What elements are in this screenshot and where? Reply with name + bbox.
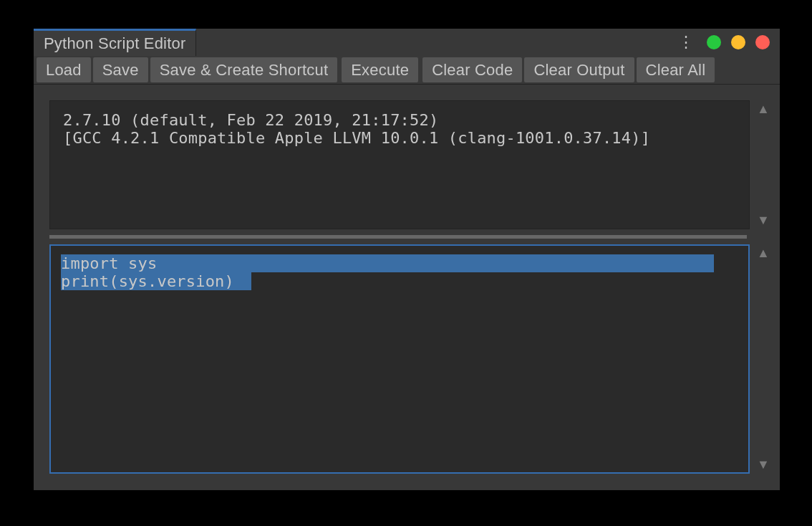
kebab-menu-icon[interactable]: ⋮ — [675, 34, 697, 50]
window-title: Python Script Editor — [44, 34, 185, 53]
output-scrollbar[interactable]: ▲ ▼ — [750, 100, 777, 229]
titlebar: Python Script Editor ⋮ — [34, 29, 780, 56]
scroll-up-icon[interactable]: ▲ — [757, 246, 770, 261]
save-create-shortcut-button[interactable]: Save & Create Shortcut — [150, 57, 338, 82]
content-area: 2.7.10 (default, Feb 22 2019, 21:17:52) … — [34, 85, 780, 490]
editor-window: Python Script Editor ⋮ Load Save Save & … — [34, 29, 780, 490]
code-line-2: print(sys.version) — [61, 272, 234, 290]
load-button[interactable]: Load — [37, 57, 91, 82]
output-panel[interactable]: 2.7.10 (default, Feb 22 2019, 21:17:52) … — [49, 100, 750, 229]
code-editor[interactable]: import sysprint(sys.version) — [49, 244, 750, 474]
close-icon[interactable] — [755, 35, 770, 49]
code-line-1: import sys — [61, 254, 157, 272]
scroll-up-icon[interactable]: ▲ — [757, 102, 770, 117]
clear-all-button[interactable]: Clear All — [637, 57, 715, 82]
save-button[interactable]: Save — [93, 57, 148, 82]
splitter-handle[interactable] — [49, 235, 747, 239]
code-scrollbar[interactable]: ▲ ▼ — [750, 244, 777, 474]
clear-output-button[interactable]: Clear Output — [524, 57, 634, 82]
scroll-down-icon[interactable]: ▼ — [757, 457, 770, 472]
code-row: import sysprint(sys.version) ▲ ▼ — [49, 244, 777, 474]
output-row: 2.7.10 (default, Feb 22 2019, 21:17:52) … — [49, 100, 777, 229]
scroll-down-icon[interactable]: ▼ — [757, 213, 770, 228]
titlebar-controls: ⋮ — [675, 29, 780, 56]
clear-code-button[interactable]: Clear Code — [422, 57, 522, 82]
minimize-icon[interactable] — [707, 35, 721, 49]
execute-button[interactable]: Execute — [342, 57, 418, 82]
window-tab[interactable]: Python Script Editor — [34, 29, 196, 56]
maximize-icon[interactable] — [731, 35, 745, 49]
toolbar: Load Save Save & Create Shortcut Execute… — [34, 56, 780, 85]
